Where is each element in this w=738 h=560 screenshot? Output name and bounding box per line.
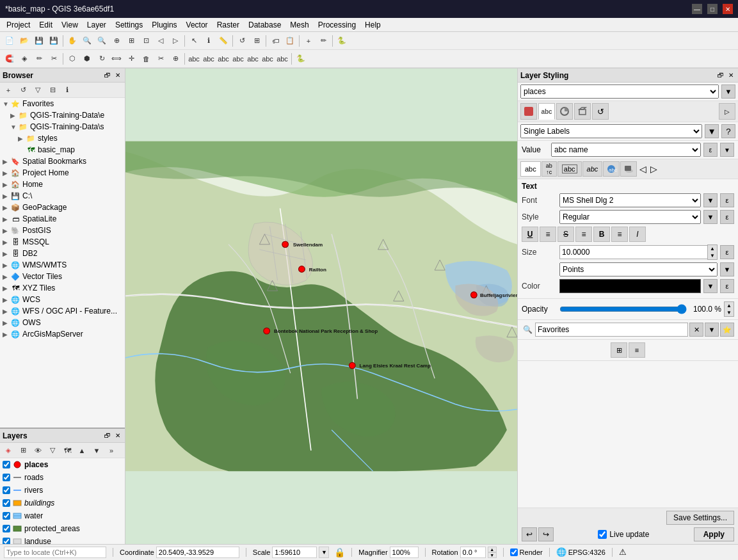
favorites-clear-btn[interactable]: ✕: [689, 323, 703, 337]
label-type-selector[interactable]: Single Labels No Labels Rule-based Label…: [520, 124, 702, 138]
tb-label4[interactable]: abc: [216, 52, 230, 66]
tree-db2[interactable]: ▶ 🗄 DB2: [0, 248, 125, 259]
layer-buildings[interactable]: buildings: [0, 497, 125, 509]
label-type-arrow[interactable]: ▼: [705, 124, 719, 138]
layers-float-btn[interactable]: 🗗: [103, 431, 112, 440]
tree-project-home[interactable]: ▶ 🏠 Project Home: [0, 167, 125, 179]
layers-open-layer-styling[interactable]: ◈: [1, 444, 15, 458]
subtab-mask[interactable]: abc: [582, 161, 603, 177]
tb-zoom-out[interactable]: 🔍: [95, 34, 109, 48]
fmt-strikethrough[interactable]: S: [558, 227, 574, 242]
subtab-text[interactable]: abc: [520, 161, 541, 177]
tb-new[interactable]: 📄: [3, 34, 17, 48]
layer-places-checkbox[interactable]: [3, 461, 10, 468]
tb-label2[interactable]: abc: [187, 52, 201, 66]
layer-protected-areas-checkbox[interactable]: [3, 525, 10, 532]
scale-dropdown-btn[interactable]: ▼: [319, 547, 329, 558]
tb-save[interactable]: 💾: [32, 34, 46, 48]
tree-qgis-training-s[interactable]: ▼ 📁 QGIS-Training-Data\s: [0, 121, 125, 132]
size-down-btn[interactable]: ▼: [708, 252, 717, 259]
tb-add-layer[interactable]: +: [301, 34, 316, 48]
tb-zoom-in[interactable]: 🔍: [80, 34, 94, 48]
live-update-checkbox[interactable]: [598, 530, 607, 539]
menu-project[interactable]: Project: [3, 19, 34, 31]
layer-water[interactable]: water: [0, 509, 125, 522]
size-up-btn[interactable]: ▲: [708, 245, 717, 252]
layer-selector[interactable]: places: [520, 84, 719, 99]
fmt-b-expr[interactable]: ≡: [611, 227, 628, 242]
menu-help[interactable]: Help: [361, 19, 385, 31]
tree-wcs[interactable]: ▶ 🌐 WCS: [0, 294, 125, 305]
tb-attr-table[interactable]: 📋: [283, 34, 297, 48]
layer-rivers[interactable]: rivers: [0, 484, 125, 497]
size-unit-selector[interactable]: Points Pixels Millimeters Map units: [559, 262, 718, 276]
tree-postgis[interactable]: ▶ 🐘 PostGIS: [0, 225, 125, 236]
tb-label8[interactable]: abc: [275, 52, 289, 66]
style-arrow-btn[interactable]: ▼: [703, 210, 718, 224]
subtab-formatting[interactable]: ab↑c: [541, 161, 557, 177]
tb-zoom-layer[interactable]: ⊞: [124, 34, 138, 48]
grid-table-btn[interactable]: ⊞: [611, 342, 627, 358]
tree-spatial-bookmarks[interactable]: ▶ 🔖 Spatial Bookmarks: [0, 156, 125, 167]
font-expr-btn[interactable]: ε: [720, 193, 734, 207]
tb-label5[interactable]: abc: [231, 52, 245, 66]
menu-layer[interactable]: Layer: [83, 19, 110, 31]
tb-edit2[interactable]: ✏: [32, 52, 46, 66]
layers-close-btn[interactable]: ✕: [113, 431, 122, 440]
layer-selector-arrow[interactable]: ▼: [721, 84, 735, 99]
browser-refresh-btn[interactable]: ↺: [16, 83, 30, 97]
tb-del[interactable]: 🗑: [139, 52, 153, 66]
size-expr-btn[interactable]: ε: [720, 245, 734, 259]
tb-split[interactable]: ✂: [154, 52, 168, 66]
close-button[interactable]: ✕: [723, 4, 733, 14]
layers-show-all[interactable]: 👁: [31, 444, 45, 458]
layers-add-group[interactable]: ⊞: [16, 444, 30, 458]
value-selector[interactable]: abc name: [551, 143, 701, 157]
magnifier-input[interactable]: [390, 547, 419, 558]
fmt-underline[interactable]: U: [522, 227, 538, 242]
tb-move[interactable]: ✛: [124, 52, 138, 66]
layers-move-down[interactable]: ▼: [90, 444, 104, 458]
layers-move-up[interactable]: ▲: [75, 444, 89, 458]
label-help-btn[interactable]: ?: [721, 124, 735, 138]
tb-mirror[interactable]: ⟺: [109, 52, 124, 66]
size-unit-arrow-btn[interactable]: ▼: [720, 262, 734, 276]
maximize-button[interactable]: □: [707, 4, 718, 14]
tb-pan[interactable]: ✋: [65, 34, 79, 48]
rotation-input[interactable]: [460, 547, 486, 558]
tree-styles[interactable]: ▶ 📁 styles: [0, 132, 125, 144]
tb-identify[interactable]: ℹ: [202, 34, 216, 48]
tree-favorites[interactable]: ▼ ⭐ Favorites: [0, 98, 125, 109]
favorites-arrow-btn[interactable]: ▼: [705, 323, 719, 337]
tb-label6[interactable]: abc: [246, 52, 260, 66]
tb-zoom-select[interactable]: ⊡: [139, 34, 153, 48]
menu-mesh[interactable]: Mesh: [286, 19, 312, 31]
tab-style[interactable]: [520, 103, 537, 120]
fmt-s-expr[interactable]: ≡: [575, 227, 592, 242]
map-area[interactable]: Swellendam Railton Buffeljagsrivier Bont…: [125, 68, 517, 544]
tb-select[interactable]: ↖: [187, 34, 201, 48]
styling-close-btn[interactable]: ✕: [726, 71, 735, 80]
grid-list-btn[interactable]: ≡: [629, 342, 645, 358]
tree-geopackage[interactable]: ▶ 📦 GeoPackage: [0, 202, 125, 213]
epsg-item[interactable]: 🌐 EPSG:4326: [556, 547, 606, 557]
rotation-up-btn[interactable]: ▲: [488, 547, 497, 552]
save-settings-button[interactable]: Save Settings...: [666, 511, 734, 525]
browser-close-btn[interactable]: ✕: [113, 71, 122, 80]
style-selector[interactable]: Regular Bold Italic Bold Italic: [559, 210, 701, 224]
layers-filter[interactable]: ▽: [45, 444, 60, 458]
tb-node[interactable]: ⬡: [65, 52, 79, 66]
tab-labels[interactable]: abc: [538, 103, 555, 120]
tb-rotate[interactable]: ↻: [95, 52, 109, 66]
tree-xyz-tiles[interactable]: ▶ 🗺 XYZ Tiles: [0, 282, 125, 294]
layer-landuse-checkbox[interactable]: [3, 538, 10, 544]
subtab-next[interactable]: ▷: [648, 161, 659, 177]
tree-basic-map[interactable]: 🗺 basic_map: [0, 144, 125, 156]
favorites-add-btn[interactable]: ⭐: [720, 323, 734, 337]
locate-input[interactable]: [4, 547, 106, 558]
tb-vertex[interactable]: ◈: [17, 52, 31, 66]
menu-settings[interactable]: Settings: [111, 19, 147, 31]
subtab-prev[interactable]: ◁: [638, 161, 648, 177]
tree-mssql[interactable]: ▶ 🗄 MSSQL: [0, 236, 125, 248]
menu-processing[interactable]: Processing: [314, 19, 360, 31]
